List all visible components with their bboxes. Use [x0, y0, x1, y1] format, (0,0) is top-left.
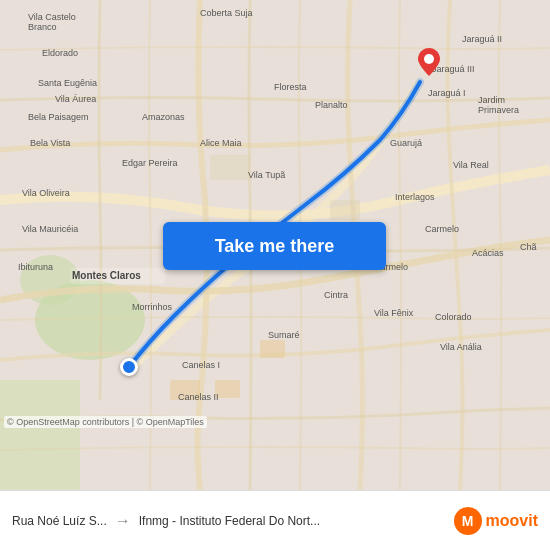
- map-attribution: © OpenStreetMap contributors | © OpenMap…: [4, 416, 207, 428]
- take-me-there-button[interactable]: Take me there: [163, 222, 386, 270]
- svg-rect-7: [170, 380, 200, 400]
- moovit-icon: M: [454, 507, 482, 535]
- svg-rect-4: [210, 155, 250, 180]
- svg-rect-3: [0, 380, 80, 490]
- origin-label: Rua Noé Luíz S...: [12, 514, 107, 528]
- svg-rect-5: [330, 200, 360, 220]
- svg-point-10: [424, 54, 434, 64]
- svg-rect-6: [260, 340, 285, 358]
- moovit-text: moovit: [486, 512, 538, 530]
- bottom-bar: Rua Noé Luíz S... → Ifnmg - Instituto Fe…: [0, 490, 550, 550]
- destination-label: Ifnmg - Instituto Federal Do Nort...: [139, 514, 320, 528]
- destination-pin: [418, 48, 440, 76]
- svg-rect-9: [70, 268, 165, 284]
- svg-rect-8: [215, 380, 240, 398]
- origin-pin: [120, 358, 138, 376]
- map-container: Vila CasteloBranco Coberta Suja Jaraguá …: [0, 0, 550, 490]
- moovit-logo: M moovit: [454, 507, 538, 535]
- arrow-icon: →: [115, 512, 131, 530]
